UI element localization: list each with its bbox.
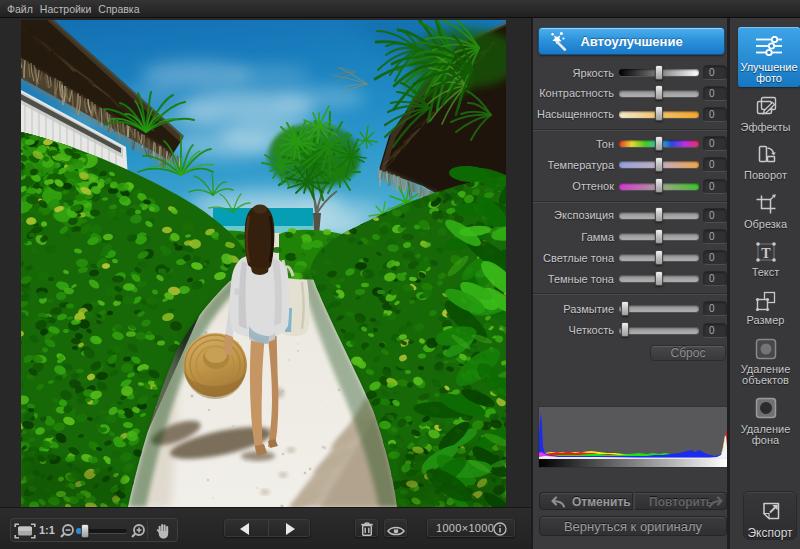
- svg-text:T: T: [761, 246, 771, 261]
